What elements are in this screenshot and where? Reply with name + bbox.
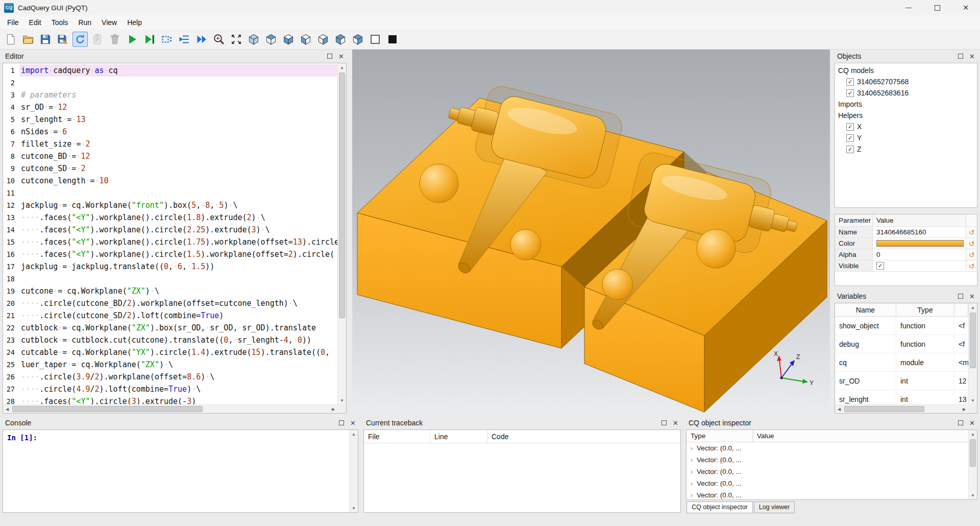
tab-cq-object-inspector[interactable]: CQ object inspector [687, 501, 753, 513]
code-line-12[interactable]: 12jackplug·=·cq.Workplane("front").box(5… [3, 199, 337, 211]
debug-button[interactable] [142, 32, 157, 47]
code-line-13[interactable]: 13····.faces("<Y").workplane().circle(1.… [3, 211, 337, 224]
code-line-8[interactable]: 8cutcone_BD·=·12 [3, 150, 337, 162]
variable-row-debug[interactable]: debugfunction<f [835, 335, 968, 353]
inspector-row[interactable]: ›Vector: (0.0, ... [687, 489, 977, 501]
menu-help[interactable]: Help [122, 16, 147, 29]
render-button[interactable] [125, 32, 140, 47]
tree-item-x[interactable]: ✓X [835, 121, 977, 132]
fit-all-button[interactable] [229, 32, 244, 47]
code-line-24[interactable]: 24cutcable·=·cq.Workplane("YX").circle(1… [3, 346, 337, 358]
menu-tools[interactable]: Tools [46, 16, 74, 29]
tab-log-viewer[interactable]: Log viewer [754, 501, 795, 513]
variables-col-type[interactable]: Type [896, 303, 954, 316]
scrollbar-thumb[interactable] [844, 406, 924, 412]
code-line-2[interactable]: 2 [3, 77, 337, 89]
view-right-button[interactable] [350, 32, 365, 47]
code-line-14[interactable]: 14····.faces("<Y").workplane().circle(2.… [3, 224, 337, 236]
close-panel-icon[interactable]: ✕ [969, 53, 975, 60]
view-left-button[interactable] [333, 32, 348, 47]
code-line-10[interactable]: 10cutcone_length·=·10 [3, 175, 337, 187]
autoreload-button[interactable] [72, 32, 88, 47]
scroll-up-icon[interactable]: ▲ [338, 63, 346, 71]
code-line-21[interactable]: 21····.circle(cutcone_SD/2).loft(combine… [3, 309, 337, 322]
code-line-9[interactable]: 9cutcone_SD·=·2 [3, 162, 337, 175]
float-panel-icon[interactable] [327, 54, 332, 59]
code-line-18[interactable]: 18 [3, 273, 337, 285]
expand-arrow-icon[interactable]: › [687, 480, 697, 487]
paste-button[interactable] [90, 32, 105, 47]
scrollbar-thumb[interactable] [970, 313, 976, 368]
float-panel-icon[interactable] [662, 420, 667, 425]
viewport-canvas[interactable]: X Z Y [352, 50, 830, 415]
save-script-button[interactable] [38, 32, 53, 47]
checkbox[interactable]: ✓ [846, 89, 854, 97]
menu-view[interactable]: View [96, 16, 122, 29]
checkbox[interactable]: ✓ [846, 134, 854, 142]
console-vscrollbar[interactable]: ▲ ▼ [349, 430, 358, 512]
tree-item-helpers[interactable]: Helpers [835, 110, 977, 121]
code-line-25[interactable]: 25luer_taper·=·cq.Workplane("ZX")·\ [3, 358, 337, 371]
view-bottom-button[interactable] [281, 32, 296, 47]
reset-button[interactable]: ↺ [966, 227, 977, 237]
variable-row-cq[interactable]: cqmodule<m [835, 353, 968, 372]
scroll-down-icon[interactable]: ▼ [338, 396, 346, 404]
scroll-up-icon[interactable]: ▲ [350, 430, 358, 438]
tree-item-y[interactable]: ✓Y [835, 132, 977, 144]
zoom-to-fit-button[interactable] [211, 32, 227, 47]
close-panel-icon[interactable]: ✕ [338, 53, 344, 60]
scroll-up-icon[interactable]: ▲ [969, 303, 977, 312]
code-line-27[interactable]: 27····.circle(4.9/2).loft(combine=True)·… [3, 383, 337, 395]
menu-edit[interactable]: Edit [24, 16, 46, 29]
code-line-5[interactable]: 5sr_lenght·=·13 [3, 113, 337, 126]
variables-hscrollbar[interactable]: ◀ ▶ [835, 404, 968, 413]
continue-button[interactable] [194, 32, 209, 47]
wireframe-mode-button[interactable] [368, 32, 383, 47]
inspector-vscrollbar[interactable]: ▲ ▼ [968, 430, 977, 499]
view-front-button[interactable] [298, 32, 313, 47]
float-panel-icon[interactable] [958, 420, 963, 425]
expand-arrow-icon[interactable]: › [687, 468, 697, 475]
checkbox[interactable]: ✓ [846, 123, 854, 131]
code-line-3[interactable]: 3# parameters [3, 89, 337, 101]
variables-vscrollbar[interactable]: ▲ ▼ [968, 303, 977, 404]
inspector-row[interactable]: ›Vector: (0.0, ... [687, 454, 977, 466]
reset-button[interactable]: ↺ [966, 238, 977, 249]
traceback-col-file[interactable]: File [364, 430, 430, 443]
scrollbar-thumb[interactable] [970, 439, 976, 467]
code-line-6[interactable]: 6nSides·=·6 [3, 126, 337, 138]
color-swatch[interactable] [876, 240, 964, 247]
checkbox[interactable]: ✓ [846, 146, 854, 153]
code-line-22[interactable]: 22cutblock·=·cq.Workplane("ZX").box(sr_O… [3, 322, 337, 334]
close-panel-icon[interactable]: ✕ [969, 420, 975, 426]
reset-button[interactable]: ↺ [966, 249, 977, 260]
maximize-button[interactable] [923, 0, 951, 15]
scroll-up-icon[interactable]: ▲ [969, 430, 977, 438]
code-line-15[interactable]: 15····.faces("<Y").workplane().circle(1.… [3, 236, 337, 248]
inspector-col-type[interactable]: Type [687, 430, 753, 442]
viewport[interactable]: X Z Y [352, 50, 830, 415]
inspector-row[interactable]: ›Vector: (0.0, ... [687, 442, 977, 454]
float-panel-icon[interactable] [958, 294, 963, 299]
menu-run[interactable]: Run [73, 16, 96, 29]
scroll-right-icon[interactable]: ▶ [329, 405, 337, 413]
inspector-col-value[interactable]: Value [753, 430, 977, 442]
expand-arrow-icon[interactable]: › [687, 457, 697, 464]
traceback-col-code[interactable]: Code [487, 430, 680, 443]
code-line-28[interactable]: 28····.faces("<Y").circle(3).extrude(-3) [3, 395, 337, 404]
variables-col-name[interactable]: Name [835, 303, 896, 316]
delete-button[interactable] [107, 32, 122, 47]
variable-row-show_object[interactable]: show_objectfunction<f [835, 317, 968, 335]
inspector-row[interactable]: ›Vector: (0.0, ... [687, 466, 977, 477]
code-line-19[interactable]: 19cutcone·=·cq.Workplane("ZX")·\ [3, 285, 337, 297]
scrollbar-thumb[interactable] [339, 73, 345, 318]
editor-vscrollbar[interactable]: ▲ ▼ [337, 63, 346, 404]
code-line-26[interactable]: 26····.circle(3.9/2).workplane(offset=8.… [3, 371, 337, 383]
open-script-button[interactable] [20, 32, 36, 47]
save-as-script-button[interactable] [55, 32, 70, 47]
tree-item-imports[interactable]: Imports [835, 99, 977, 110]
tree-item-3140652683616[interactable]: ✓3140652683616 [835, 87, 977, 99]
expand-arrow-icon[interactable]: › [687, 445, 697, 452]
view-back-button[interactable] [315, 32, 331, 47]
inspector-row[interactable]: ›Vector: (0.0, ... [687, 477, 977, 489]
